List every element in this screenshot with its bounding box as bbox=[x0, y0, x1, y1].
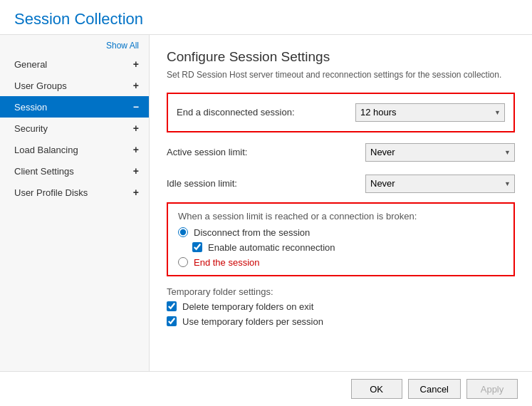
sidebar-item-label: Security bbox=[14, 123, 48, 134]
window-title: Session Collection bbox=[14, 10, 143, 28]
idle-session-row: Idle session limit: Never 1 minute 5 min… bbox=[167, 171, 515, 197]
active-session-label: Active session limit: bbox=[167, 147, 365, 157]
disconnect-radio[interactable] bbox=[178, 227, 188, 237]
delete-temp-checkbox[interactable] bbox=[167, 301, 177, 311]
delete-temp-row: Delete temporary folders on exit bbox=[167, 301, 515, 312]
use-temp-row: Use temporary folders per session bbox=[167, 316, 515, 327]
temp-folder-section: Temporary folder settings: Delete tempor… bbox=[167, 286, 515, 327]
disconnected-session-row: End a disconnected session: 12 hours Nev… bbox=[177, 100, 505, 125]
footer: OK Cancel Apply bbox=[0, 371, 532, 406]
apply-button[interactable]: Apply bbox=[466, 379, 518, 399]
auto-reconnect-checkbox[interactable] bbox=[192, 242, 202, 252]
idle-session-select[interactable]: Never 1 minute 5 minutes 15 minutes 30 m… bbox=[365, 175, 515, 193]
sidebar-item-label: User Profile Disks bbox=[14, 187, 88, 198]
disconnect-label: Disconnect from the session bbox=[194, 227, 310, 238]
sidebar-expand-icon: + bbox=[133, 165, 139, 177]
sidebar-item-load-balancing[interactable]: Load Balancing + bbox=[0, 139, 149, 160]
main-content: Show All General + User Groups + Session… bbox=[0, 35, 532, 371]
active-session-select-wrapper: Never 1 hour 2 hours 4 hours 8 hours 12 … bbox=[365, 143, 515, 162]
sidebar-expand-icon: + bbox=[133, 80, 139, 91]
disconnected-session-label: End a disconnected session: bbox=[177, 107, 355, 118]
auto-reconnect-row: Enable automatic reconnection bbox=[192, 242, 504, 253]
idle-session-label: Idle session limit: bbox=[167, 178, 365, 189]
use-temp-label: Use temporary folders per session bbox=[182, 316, 323, 327]
sidebar-expand-icon: + bbox=[133, 187, 139, 198]
sidebar-item-user-profile-disks[interactable]: User Profile Disks + bbox=[0, 182, 149, 203]
content-title: Configure Session Settings bbox=[167, 49, 515, 65]
disconnected-session-select[interactable]: 12 hours Never 1 minute 5 minutes 15 min… bbox=[355, 103, 505, 122]
sidebar-item-client-settings[interactable]: Client Settings + bbox=[0, 160, 149, 182]
sidebar-expand-icon: + bbox=[133, 123, 139, 134]
sidebar-item-user-groups[interactable]: User Groups + bbox=[0, 75, 149, 96]
use-temp-checkbox[interactable] bbox=[167, 316, 177, 326]
sidebar-item-label: User Groups bbox=[14, 80, 67, 91]
window-header: Session Collection bbox=[0, 0, 532, 35]
disconnected-session-select-wrapper: 12 hours Never 1 minute 5 minutes 15 min… bbox=[355, 103, 505, 122]
sidebar-item-label: General bbox=[14, 59, 47, 70]
sidebar-expand-icon: + bbox=[133, 144, 139, 155]
active-session-row: Active session limit: Never 1 hour 2 hou… bbox=[167, 140, 515, 165]
connection-broken-section: When a session limit is reached or a con… bbox=[167, 202, 515, 276]
content-description: Set RD Session Host server timeout and r… bbox=[167, 69, 515, 81]
sidebar-item-label: Load Balancing bbox=[14, 145, 78, 155]
temp-folder-title: Temporary folder settings: bbox=[167, 286, 515, 297]
end-session-radio-row: End the session bbox=[178, 257, 504, 268]
end-session-label: End the session bbox=[194, 257, 260, 268]
cancel-button[interactable]: Cancel bbox=[408, 379, 461, 399]
sidebar-item-session[interactable]: Session − bbox=[0, 96, 149, 118]
sidebar-expand-icon: + bbox=[133, 58, 139, 70]
sidebar-item-label: Client Settings bbox=[14, 166, 74, 177]
delete-temp-label: Delete temporary folders on exit bbox=[182, 301, 313, 312]
sidebar-item-security[interactable]: Security + bbox=[0, 118, 149, 139]
idle-session-section: Idle session limit: Never 1 minute 5 min… bbox=[167, 171, 515, 197]
window: Session Collection Show All General + Us… bbox=[0, 0, 532, 406]
ok-button[interactable]: OK bbox=[351, 379, 402, 399]
sidebar: Show All General + User Groups + Session… bbox=[0, 35, 150, 371]
sidebar-item-general[interactable]: General + bbox=[0, 53, 149, 75]
end-session-radio[interactable] bbox=[178, 257, 188, 267]
auto-reconnect-label: Enable automatic reconnection bbox=[208, 242, 335, 253]
content-area: Configure Session Settings Set RD Sessio… bbox=[150, 35, 532, 371]
disconnect-radio-row: Disconnect from the session bbox=[178, 227, 504, 238]
idle-session-select-wrapper: Never 1 minute 5 minutes 15 minutes 30 m… bbox=[365, 175, 515, 193]
sidebar-item-label: Session bbox=[14, 102, 47, 113]
active-session-section: Active session limit: Never 1 hour 2 hou… bbox=[167, 140, 515, 165]
disconnected-session-section: End a disconnected session: 12 hours Nev… bbox=[167, 93, 515, 132]
show-all-link[interactable]: Show All bbox=[0, 39, 149, 53]
connection-broken-label: When a session limit is reached or a con… bbox=[178, 211, 504, 222]
sidebar-collapse-icon: − bbox=[133, 101, 139, 113]
radio-group: Disconnect from the session Enable autom… bbox=[178, 227, 504, 268]
active-session-select[interactable]: Never 1 hour 2 hours 4 hours 8 hours 12 … bbox=[365, 143, 515, 162]
